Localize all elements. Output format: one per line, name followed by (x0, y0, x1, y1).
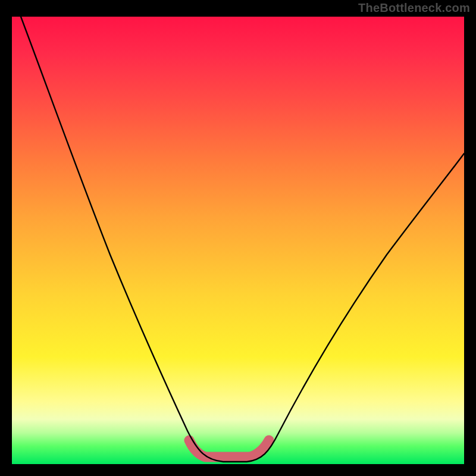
chart-svg (12, 17, 464, 464)
watermark-text: TheBottleneck.com (358, 1, 470, 15)
bottleneck-curve-path (21, 17, 464, 462)
plot-area (12, 17, 464, 464)
chart-container: TheBottleneck.com (0, 0, 476, 476)
optimal-band-path (189, 440, 269, 457)
